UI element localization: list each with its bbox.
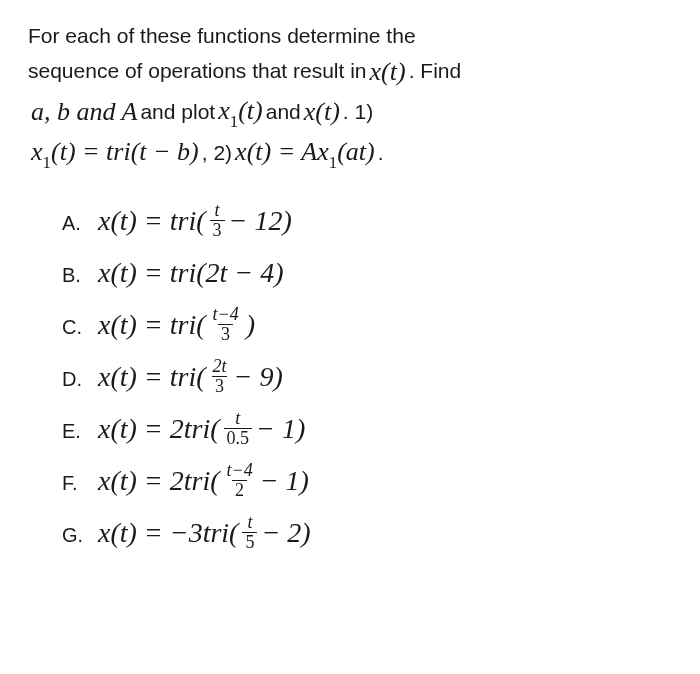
prompt-line-3: a, b and A and plot x1(t) and x(t) . 1) bbox=[28, 91, 672, 133]
answer-label: G. bbox=[62, 520, 98, 554]
tail: − 1) bbox=[260, 460, 309, 502]
answer-item-f: F. x(t) = 2tri( t−4 2 − 1) bbox=[62, 460, 672, 502]
answer-math: x(t) = tri(2t − 4) bbox=[98, 252, 284, 294]
math-abA: a, b and A bbox=[28, 92, 140, 131]
answer-math: x(t) = tri( t 3 − 12) bbox=[98, 200, 292, 242]
answer-math: x(t) = −3tri( t 5 − 2) bbox=[98, 512, 311, 554]
math-xt: x(t) bbox=[367, 52, 409, 91]
denominator: 3 bbox=[210, 220, 225, 240]
prompt-line-4: x1(t) = tri(t − b) , 2) x(t) = Ax1(at) . bbox=[28, 132, 672, 174]
tail: − 9) bbox=[234, 356, 283, 398]
lhs: x(t) = tri( bbox=[98, 200, 206, 242]
answer-math: x(t) = 2tri( t−4 2 − 1) bbox=[98, 460, 309, 502]
tail: − 12) bbox=[229, 200, 292, 242]
numerator: t bbox=[232, 409, 243, 428]
answer-label: A. bbox=[62, 208, 98, 242]
answer-item-c: C. x(t) = tri( t−4 3 ) bbox=[62, 304, 672, 346]
answer-label: C. bbox=[62, 312, 98, 346]
answer-label: D. bbox=[62, 364, 98, 398]
answer-math: x(t) = tri( t−4 3 ) bbox=[98, 304, 255, 346]
question-prompt: For each of these functions determine th… bbox=[28, 20, 672, 174]
sub1: 1 bbox=[329, 153, 337, 172]
eq: x(t) = tri(2t − 4) bbox=[98, 252, 284, 294]
fraction: t−4 3 bbox=[210, 305, 242, 344]
answer-item-b: B. x(t) = tri(2t − 4) bbox=[62, 252, 672, 294]
math-eq2: x(t) = Ax1(at) bbox=[232, 132, 378, 174]
text: sequence of operations that result in bbox=[28, 55, 367, 87]
text: and plot bbox=[140, 96, 215, 128]
numerator: t bbox=[212, 201, 223, 220]
tail: − 2) bbox=[261, 512, 310, 554]
lhs: x(t) = 2tri( bbox=[98, 408, 220, 450]
denominator: 0.5 bbox=[224, 428, 253, 448]
x: x bbox=[218, 96, 230, 125]
answer-math: x(t) = 2tri( t 0.5 − 1) bbox=[98, 408, 305, 450]
fraction: t 3 bbox=[210, 201, 225, 240]
fraction: t 0.5 bbox=[224, 409, 253, 448]
math-x1t: x1(t) bbox=[215, 91, 266, 133]
text: For each of these functions determine th… bbox=[28, 24, 416, 47]
denominator: 3 bbox=[212, 376, 227, 396]
text: . 1) bbox=[343, 96, 373, 128]
denominator: 3 bbox=[218, 324, 233, 344]
text: . Find bbox=[409, 55, 462, 87]
lhs: x(t) = tri( bbox=[98, 356, 206, 398]
close: ) bbox=[246, 304, 255, 346]
answer-label: F. bbox=[62, 468, 98, 502]
answer-math: x(t) = tri( 2t 3 − 9) bbox=[98, 356, 283, 398]
tail: − 1) bbox=[256, 408, 305, 450]
numerator: t−4 bbox=[210, 305, 242, 324]
answer-label: E. bbox=[62, 416, 98, 450]
text: , 2) bbox=[202, 137, 232, 169]
denominator: 5 bbox=[242, 532, 257, 552]
numerator: 2t bbox=[210, 357, 230, 376]
sub1: 1 bbox=[43, 153, 51, 172]
sub1: 1 bbox=[230, 112, 238, 131]
text: and bbox=[266, 96, 301, 128]
denominator: 2 bbox=[232, 480, 247, 500]
x: x bbox=[31, 137, 43, 166]
rhs: (t) = tri(t − b) bbox=[51, 137, 199, 166]
fraction: t−4 2 bbox=[224, 461, 256, 500]
math-xt: x(t) bbox=[301, 92, 343, 131]
prompt-line-2: sequence of operations that result in x(… bbox=[28, 52, 672, 91]
lhs: x(t) = 2tri( bbox=[98, 460, 220, 502]
numerator: t−4 bbox=[224, 461, 256, 480]
fraction: 2t 3 bbox=[210, 357, 230, 396]
answer-label: B. bbox=[62, 260, 98, 294]
math-eq1: x1(t) = tri(t − b) bbox=[28, 132, 202, 174]
numerator: t bbox=[244, 513, 255, 532]
answer-item-e: E. x(t) = 2tri( t 0.5 − 1) bbox=[62, 408, 672, 450]
answer-list: A. x(t) = tri( t 3 − 12) B. x(t) = tri(2… bbox=[62, 200, 672, 554]
answer-item-d: D. x(t) = tri( 2t 3 − 9) bbox=[62, 356, 672, 398]
lhs: x(t) = Ax bbox=[235, 137, 329, 166]
prompt-line-1: For each of these functions determine th… bbox=[28, 20, 672, 52]
lhs: x(t) = −3tri( bbox=[98, 512, 238, 554]
rhs: (at) bbox=[337, 137, 375, 166]
fraction: t 5 bbox=[242, 513, 257, 552]
answer-item-a: A. x(t) = tri( t 3 − 12) bbox=[62, 200, 672, 242]
answer-item-g: G. x(t) = −3tri( t 5 − 2) bbox=[62, 512, 672, 554]
text: . bbox=[378, 137, 384, 169]
lhs: x(t) = tri( bbox=[98, 304, 206, 346]
paren: (t) bbox=[238, 96, 263, 125]
